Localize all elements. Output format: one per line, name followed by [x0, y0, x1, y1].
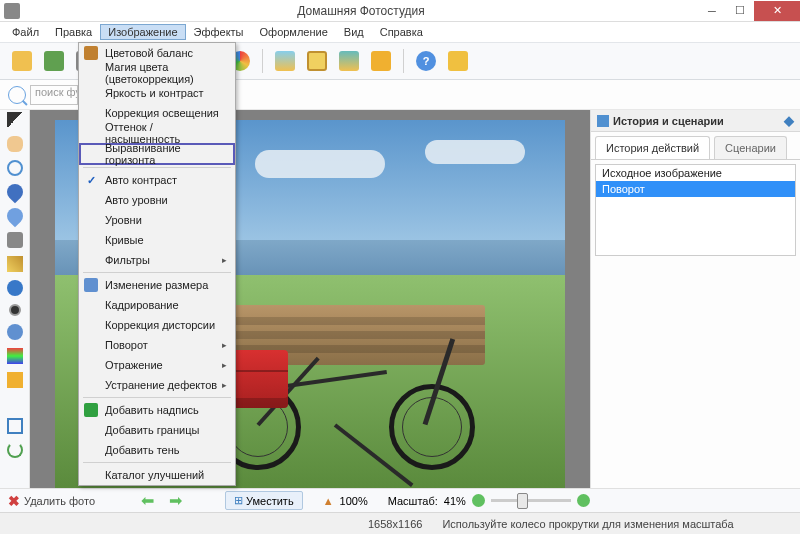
menu-item[interactable]: Магия цвета (цветокоррекция) — [79, 63, 235, 83]
gallery1-button[interactable] — [271, 47, 299, 75]
menu-item[interactable]: Добавить тень — [79, 440, 235, 460]
menu-item[interactable]: Устранение дефектов — [79, 375, 235, 395]
window-title: Домашняя Фотостудия — [24, 4, 698, 18]
menu-item[interactable]: Отражение — [79, 355, 235, 375]
colors-tool[interactable] — [7, 348, 23, 364]
open-button[interactable] — [8, 47, 36, 75]
minimize-button[interactable]: ─ — [698, 1, 726, 21]
menu-Файл[interactable]: Файл — [4, 24, 47, 40]
zoom-100-button[interactable]: ▲ — [323, 495, 334, 507]
rotate-tool[interactable] — [7, 442, 23, 458]
home-button[interactable] — [444, 47, 472, 75]
menu-Оформление[interactable]: Оформление — [252, 24, 336, 40]
delete-icon: ✖ — [8, 493, 20, 509]
menu-Эффекты[interactable]: Эффекты — [186, 24, 252, 40]
menu-item[interactable]: Яркость и контраст — [79, 83, 235, 103]
menu-item[interactable]: Поворот — [79, 335, 235, 355]
menu-Вид[interactable]: Вид — [336, 24, 372, 40]
panel-title: История и сценарии — [613, 115, 724, 127]
search-input[interactable]: поиск фу — [30, 85, 78, 105]
menu-Правка[interactable]: Правка — [47, 24, 100, 40]
menu-item[interactable]: Каталог улучшений — [79, 465, 235, 485]
history-item-selected[interactable]: Поворот — [596, 181, 795, 197]
search-icon[interactable] — [8, 86, 26, 104]
history-item[interactable]: Исходное изображение — [596, 165, 795, 181]
tab-scenarios[interactable]: Сценарии — [714, 136, 787, 159]
delete-photo-button[interactable]: ✖ Удалить фото — [8, 493, 95, 509]
app-icon — [4, 3, 20, 19]
menu-Изображение[interactable]: Изображение — [100, 24, 185, 40]
drop-tool[interactable] — [3, 181, 26, 204]
drop2-tool[interactable] — [3, 205, 26, 228]
close-button[interactable]: ✕ — [754, 1, 800, 21]
prev-button[interactable]: ⬅ — [141, 491, 161, 511]
crop-tool[interactable] — [7, 418, 23, 434]
eye-tool[interactable] — [7, 280, 23, 296]
swirl-tool[interactable] — [7, 324, 23, 340]
footer-hint: Используйте колесо прокрутки для изменен… — [442, 518, 733, 530]
expand-icon[interactable]: ◆ — [784, 113, 794, 128]
zoom-in-button[interactable] — [577, 494, 590, 507]
menu-item[interactable]: Цветовой баланс — [79, 43, 235, 63]
menu-item[interactable]: Авто контраст — [79, 170, 235, 190]
maximize-button[interactable]: ☐ — [726, 1, 754, 21]
menu-item[interactable]: Уровни — [79, 210, 235, 230]
menu-item[interactable]: Коррекция освещения — [79, 103, 235, 123]
history-panel-header[interactable]: История и сценарии ◆ — [591, 110, 800, 132]
next-button[interactable]: ➡ — [169, 491, 189, 511]
image-dimensions: 1658x1166 — [368, 518, 422, 530]
adjust-tool[interactable] — [9, 304, 21, 316]
gallery2-button[interactable] — [303, 47, 331, 75]
history-list[interactable]: Исходное изображение Поворот — [595, 164, 796, 256]
menu-item[interactable]: Коррекция дисторсии — [79, 315, 235, 335]
gallery4-button[interactable] — [367, 47, 395, 75]
tools-sidebar — [0, 110, 30, 488]
fit-button[interactable]: ⊞Уместить — [225, 491, 303, 510]
wand-tool[interactable] — [7, 256, 23, 272]
gallery3-button[interactable] — [335, 47, 363, 75]
help-button[interactable]: ? — [412, 47, 440, 75]
menu-item[interactable]: Выравнивание горизонта — [79, 143, 235, 165]
menu-item[interactable]: Добавить надпись — [79, 400, 235, 420]
statusbar: ✖ Удалить фото ⬅ ➡ ⊞Уместить ▲ 100% Масш… — [0, 488, 800, 512]
panel-tabs: История действий Сценарии — [591, 136, 800, 160]
zoom-slider[interactable] — [491, 499, 571, 502]
menu-item[interactable]: Авто уровни — [79, 190, 235, 210]
save-button[interactable] — [40, 47, 68, 75]
menu-item[interactable]: Кадрирование — [79, 295, 235, 315]
right-panel: История и сценарии ◆ История действий Сц… — [590, 110, 800, 488]
tab-history[interactable]: История действий — [595, 136, 710, 159]
window-controls: ─ ☐ ✕ — [698, 1, 800, 21]
clone-tool[interactable] — [7, 232, 23, 248]
menu-item[interactable]: Добавить границы — [79, 420, 235, 440]
menu-item[interactable]: Фильтры — [79, 250, 235, 270]
panel-icon — [597, 115, 609, 127]
zoom-tool[interactable] — [7, 160, 23, 176]
zoom-value: 41% — [444, 495, 466, 507]
menu-item[interactable]: Оттенок / насыщенность — [79, 123, 235, 143]
hand-tool[interactable] — [7, 136, 23, 152]
zoom-out-button[interactable] — [472, 494, 485, 507]
titlebar: Домашняя Фотостудия ─ ☐ ✕ — [0, 0, 800, 22]
menu-Справка[interactable]: Справка — [372, 24, 431, 40]
pointer-tool[interactable] — [7, 112, 23, 128]
footer: 1658x1166 Используйте колесо прокрутки д… — [0, 512, 800, 534]
star-tool[interactable] — [7, 372, 23, 388]
menu-item[interactable]: Кривые — [79, 230, 235, 250]
menu-item[interactable]: Изменение размера — [79, 275, 235, 295]
menubar: ФайлПравкаИзображениеЭффектыОформлениеВи… — [0, 22, 800, 42]
image-menu-dropdown: Цветовой балансМагия цвета (цветокоррекц… — [78, 42, 236, 486]
